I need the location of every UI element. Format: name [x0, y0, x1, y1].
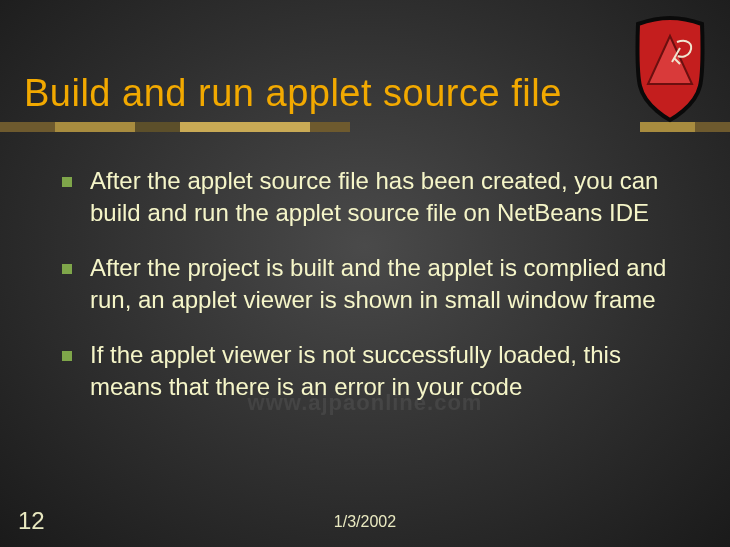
bullet-list: After the applet source file has been cr… — [62, 165, 682, 425]
page-number: 12 — [18, 507, 45, 535]
title-accent-bar — [0, 122, 730, 132]
list-item: After the applet source file has been cr… — [62, 165, 682, 230]
slide-date: 1/3/2002 — [334, 513, 396, 531]
shield-logo-icon — [630, 14, 710, 124]
list-item: After the project is built and the apple… — [62, 252, 682, 317]
slide-title: Build and run applet source file — [24, 72, 562, 115]
list-item: If the applet viewer is not successfully… — [62, 339, 682, 404]
